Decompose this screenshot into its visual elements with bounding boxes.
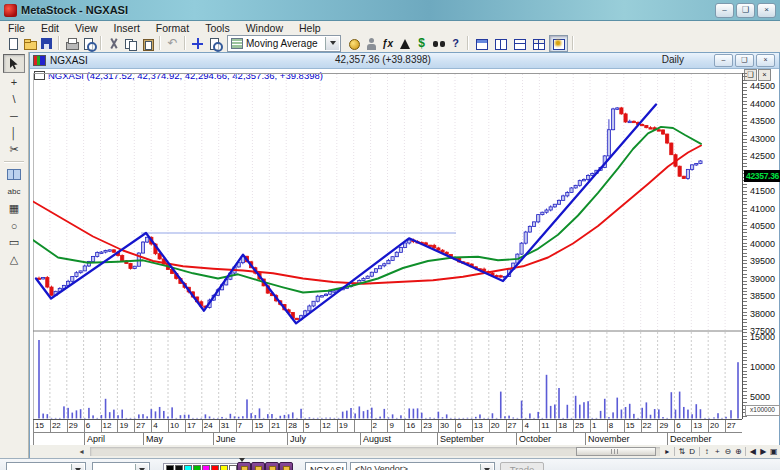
explorer-icon[interactable] [362, 36, 379, 51]
open-file-icon[interactable] [21, 36, 38, 51]
style-dropdown[interactable] [92, 462, 150, 470]
triangle-tool-icon[interactable]: △ [4, 251, 24, 268]
panel-layout-icon[interactable] [4, 166, 24, 183]
new-window-icon[interactable] [473, 36, 490, 51]
scrollbar-thumb[interactable] [576, 447, 656, 456]
trendline-tool-icon[interactable]: \ [4, 90, 24, 107]
expert-symbol-icon[interactable] [265, 462, 279, 470]
scroll-left-arrow[interactable]: ◂ [76, 446, 87, 457]
chart-periodicity[interactable]: Daily [662, 54, 684, 65]
date-tick: 28 [286, 420, 303, 432]
expert-advisor-icon[interactable] [396, 36, 413, 51]
copy-icon[interactable] [122, 36, 139, 51]
color-swatch[interactable] [193, 465, 201, 470]
color-swatch[interactable] [184, 465, 192, 470]
jump-start-icon[interactable]: ◀ [748, 446, 759, 457]
date-tick: 17 [185, 420, 202, 432]
month-label: November [585, 433, 667, 445]
menu-item-format[interactable]: Format [148, 22, 197, 34]
price-volume-chart[interactable] [33, 73, 742, 419]
ellipse-tool-icon[interactable]: ○ [4, 217, 24, 234]
horizontal-line-tool-icon[interactable]: ─ [4, 107, 24, 124]
cascade-windows-icon[interactable] [549, 35, 568, 52]
restore-view-icon[interactable]: ▣ [769, 446, 780, 457]
menu-item-tools[interactable]: Tools [197, 22, 238, 34]
indicator-builder-icon[interactable]: ƒx [379, 36, 396, 51]
zoom-in-icon[interactable]: ⊕ [733, 446, 744, 457]
zoom-out-icon[interactable]: ⊖ [723, 446, 734, 457]
print-preview-icon[interactable] [80, 36, 97, 51]
expert-symbol-icon[interactable] [251, 462, 265, 470]
color-swatch[interactable] [166, 465, 174, 470]
crosshair-icon[interactable]: + [4, 73, 24, 90]
chart-restore-button[interactable]: ❑ [735, 54, 754, 67]
context-help-icon[interactable]: ? [447, 36, 464, 51]
zoom-page-icon[interactable] [206, 36, 223, 51]
open-security-icon[interactable] [345, 36, 362, 51]
titlebar[interactable]: MetaStock - NGXASI –❑× [0, 0, 780, 21]
chart-close-button[interactable]: × [756, 54, 775, 67]
color-swatch[interactable] [175, 465, 183, 470]
scroll-right-icon[interactable]: ▸ [662, 446, 673, 457]
color-swatch[interactable] [220, 465, 228, 470]
month-label: April [84, 433, 143, 445]
indicator-dropdown[interactable]: Moving Average [227, 35, 341, 52]
scrollbar-track[interactable] [90, 447, 660, 456]
save-icon[interactable] [38, 36, 55, 51]
maximize-button[interactable]: ❑ [736, 3, 755, 18]
menu-item-help[interactable]: Help [291, 22, 329, 34]
date-tick: 11 [539, 420, 556, 432]
cycle-tool-icon[interactable]: ✂ [4, 141, 24, 158]
chart-window[interactable]: NGXASI 42,357.36 (+39.8398) Daily –❑× NG… [29, 52, 780, 458]
undo-icon[interactable]: ↶ [164, 36, 181, 51]
metastock-application-window: MetaStock - NGXASI –❑× FileEditViewInser… [0, 0, 780, 470]
menu-item-file[interactable]: File [0, 22, 33, 34]
color-swatch[interactable] [202, 465, 210, 470]
date-tick [354, 420, 371, 432]
date-tick: 8 [607, 420, 624, 432]
menu-item-view[interactable]: View [67, 22, 106, 34]
cut-icon[interactable] [105, 36, 122, 51]
system-tester-icon[interactable]: $ [413, 36, 430, 51]
menu-item-insert[interactable]: Insert [106, 22, 148, 34]
color-swatch[interactable] [229, 465, 237, 470]
chart-minimize-button[interactable]: – [714, 54, 733, 67]
grid-tool-icon[interactable]: ▦ [4, 200, 24, 217]
find-icon[interactable] [430, 36, 447, 51]
new-file-icon[interactable] [4, 36, 21, 51]
chart-window-titlebar[interactable]: NGXASI 42,357.36 (+39.8398) Daily –❑× [30, 53, 779, 69]
volume-axis-label: 15000 [750, 332, 775, 342]
indicator-dropdown-arrow[interactable] [325, 37, 339, 50]
vendor-dropdown[interactable]: <No Vendor> [350, 462, 495, 470]
rectangle-tool-icon[interactable]: ▭ [4, 234, 24, 251]
expert-symbol-icon[interactable] [237, 462, 251, 470]
date-tick: 23 [421, 420, 438, 432]
month-label [33, 433, 84, 445]
menu-item-window[interactable]: Window [238, 22, 291, 34]
date-tick: 20 [489, 420, 506, 432]
trade-button[interactable]: Trade [500, 462, 544, 470]
last-price-badge: 42357.36 [744, 170, 780, 182]
pointer-tool-icon[interactable] [3, 54, 25, 73]
fit-vertical-icon[interactable]: ↕ [702, 446, 713, 457]
go-to-date-icon[interactable]: D [687, 446, 698, 457]
expert-symbol-icon[interactable] [279, 462, 293, 470]
vertical-line-tool-icon[interactable]: │ [4, 124, 24, 141]
symbol-box[interactable]: NGXASI [305, 462, 347, 470]
crosshair-tool-icon[interactable] [189, 36, 206, 51]
tile-windows-icon[interactable] [530, 36, 547, 51]
menu-item-edit[interactable]: Edit [33, 22, 67, 34]
close-button[interactable]: × [757, 3, 776, 18]
template-dropdown[interactable] [6, 462, 86, 470]
print-icon[interactable] [63, 36, 80, 51]
page-arrows-icon[interactable]: ⇅ [677, 446, 688, 457]
minimize-button[interactable]: – [715, 3, 734, 18]
expand-icon[interactable]: + [712, 446, 723, 457]
month-label: July [287, 433, 360, 445]
split-vertical-icon[interactable] [492, 36, 509, 51]
paste-icon[interactable] [139, 36, 156, 51]
color-swatch[interactable] [211, 465, 219, 470]
text-tool-icon[interactable]: abc [4, 183, 24, 200]
jump-end-icon[interactable]: ▶ [758, 446, 769, 457]
split-horizontal-icon[interactable] [511, 36, 528, 51]
